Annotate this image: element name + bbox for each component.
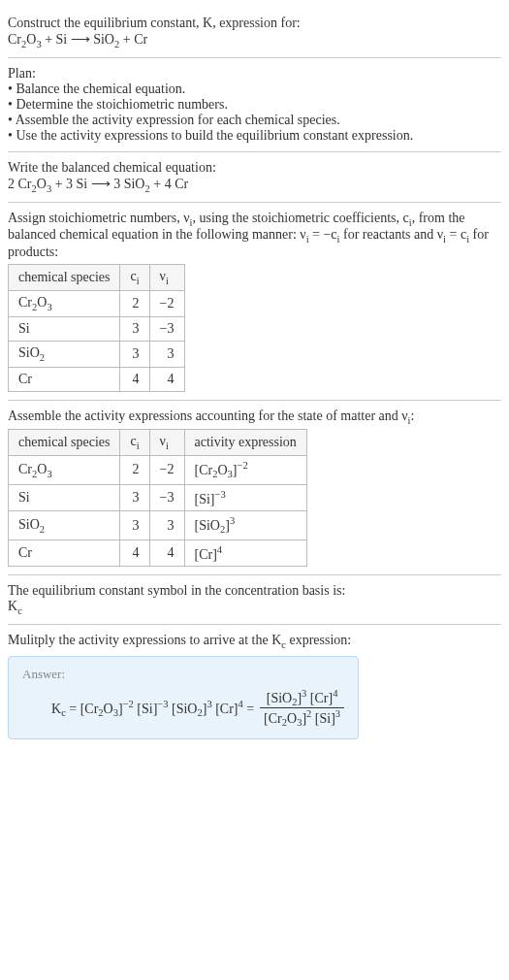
cell-activity: [SiO2]3 <box>184 511 306 539</box>
final-title: Mulitply the activity expressions to arr… <box>8 633 501 650</box>
intro-line1: Construct the equilibrium constant, K, e… <box>8 16 501 31</box>
balanced-reaction: 2 Cr2O3 + 3 Si ⟶ 3 SiO2 + 4 Cr <box>8 176 501 194</box>
plan-section: Plan: • Balance the chemical equation. •… <box>8 58 501 152</box>
activity-table: chemical species ci νi activity expressi… <box>8 429 307 567</box>
cell-ci: 4 <box>120 367 149 391</box>
col-activity: activity expression <box>184 430 306 456</box>
plan-item: • Balance the chemical equation. <box>8 82 501 97</box>
table-row: SiO2 3 3 <box>9 341 185 367</box>
col-ci: ci <box>120 430 149 456</box>
cell-vi: −2 <box>149 456 184 484</box>
cell-species: Cr <box>9 367 120 391</box>
table-row: SiO2 3 3 [SiO2]3 <box>9 511 307 539</box>
col-vi: νi <box>149 265 184 291</box>
cell-ci: 3 <box>120 511 149 539</box>
basis-symbol: Kc <box>8 599 501 616</box>
answer-box: Answer: Kc = [Cr2O3]−2 [Si]−3 [SiO2]3 [C… <box>8 656 359 739</box>
col-ci: ci <box>120 265 149 291</box>
table-row: Cr 4 4 <box>9 367 185 391</box>
intro-section: Construct the equilibrium constant, K, e… <box>8 8 501 58</box>
table-header-row: chemical species ci νi <box>9 265 185 291</box>
cell-species: Cr2O3 <box>9 290 120 316</box>
col-vi: νi <box>149 430 184 456</box>
stoich-table: chemical species ci νi Cr2O3 2 −2 Si 3 −… <box>8 264 185 391</box>
cell-vi: 3 <box>149 511 184 539</box>
cell-activity: [Si]−3 <box>184 484 306 511</box>
table-row: Si 3 −3 <box>9 316 185 341</box>
balanced-section: Write the balanced chemical equation: 2 … <box>8 152 501 203</box>
table-row: Si 3 −3 [Si]−3 <box>9 484 307 511</box>
stoich-text: Assign stoichiometric numbers, νi, using… <box>8 211 501 261</box>
table-row: Cr2O3 2 −2 [Cr2O3]−2 <box>9 456 307 484</box>
cell-ci: 2 <box>120 456 149 484</box>
kc-lhs: Kc = [Cr2O3]−2 [Si]−3 [SiO2]3 [Cr]4 = <box>51 699 254 718</box>
cell-ci: 3 <box>120 341 149 367</box>
cell-species: SiO2 <box>9 511 120 539</box>
plan-title: Plan: <box>8 66 501 82</box>
kc-denominator: [Cr2O3]2 [Si]3 <box>260 708 344 728</box>
plan-item: • Determine the stoichiometric numbers. <box>8 97 501 113</box>
kc-fraction: [SiO2]3 [Cr]4 [Cr2O3]2 [Si]3 <box>260 688 344 729</box>
cell-ci: 2 <box>120 290 149 316</box>
kc-expression: Kc = [Cr2O3]−2 [Si]−3 [SiO2]3 [Cr]4 = [S… <box>22 688 344 729</box>
cell-vi: −3 <box>149 484 184 511</box>
cell-species: Si <box>9 484 120 511</box>
col-species: chemical species <box>9 265 120 291</box>
cell-vi: −2 <box>149 290 184 316</box>
table-header-row: chemical species ci νi activity expressi… <box>9 430 307 456</box>
stoich-section: Assign stoichiometric numbers, νi, using… <box>8 203 501 401</box>
cell-activity: [Cr2O3]−2 <box>184 456 306 484</box>
cell-ci: 3 <box>120 484 149 511</box>
balanced-title: Write the balanced chemical equation: <box>8 160 501 176</box>
cell-species: Si <box>9 316 120 341</box>
plan-item: • Use the activity expressions to build … <box>8 128 501 144</box>
answer-label: Answer: <box>22 667 344 682</box>
cell-species: SiO2 <box>9 341 120 367</box>
cell-species: Cr <box>9 539 120 567</box>
cell-vi: −3 <box>149 316 184 341</box>
activity-section: Assemble the activity expressions accoun… <box>8 401 501 576</box>
activity-text: Assemble the activity expressions accoun… <box>8 408 501 426</box>
cell-vi: 4 <box>149 367 184 391</box>
basis-section: The equilibrium constant symbol in the c… <box>8 575 501 625</box>
table-row: Cr 4 4 [Cr]4 <box>9 539 307 567</box>
col-species: chemical species <box>9 430 120 456</box>
plan-item: • Assemble the activity expression for e… <box>8 113 501 128</box>
cell-ci: 4 <box>120 539 149 567</box>
cell-activity: [Cr]4 <box>184 539 306 567</box>
final-section: Mulitply the activity expressions to arr… <box>8 625 501 747</box>
basis-line1: The equilibrium constant symbol in the c… <box>8 583 501 599</box>
table-row: Cr2O3 2 −2 <box>9 290 185 316</box>
cell-vi: 4 <box>149 539 184 567</box>
cell-vi: 3 <box>149 341 184 367</box>
kc-numerator: [SiO2]3 [Cr]4 <box>260 688 344 708</box>
cell-ci: 3 <box>120 316 149 341</box>
cell-species: Cr2O3 <box>9 456 120 484</box>
intro-reaction: Cr2O3 + Si ⟶ SiO2 + Cr <box>8 31 501 49</box>
